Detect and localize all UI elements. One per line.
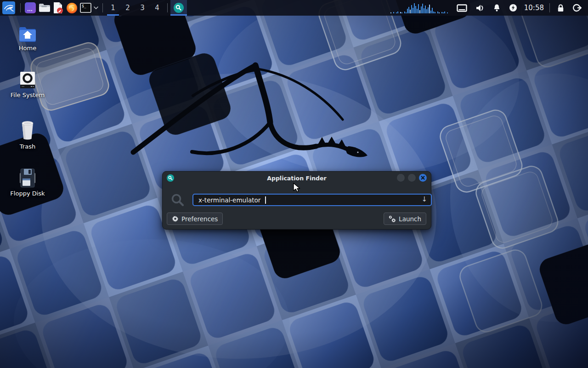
launch-gears-icon: [389, 215, 396, 223]
maximize-button[interactable]: [408, 174, 416, 182]
terminal-icon: $_: [80, 3, 91, 13]
power-manager-icon: [509, 4, 517, 12]
workspace-label: 4: [155, 4, 159, 12]
workspace-4[interactable]: 4: [150, 0, 164, 16]
panel-clock[interactable]: 10:58: [524, 0, 544, 16]
workspace-label: 2: [125, 4, 130, 12]
home-folder-icon: [18, 26, 37, 42]
workspace-3[interactable]: 3: [135, 0, 150, 16]
panel-separator: [167, 3, 168, 12]
panel-separator: [20, 3, 21, 12]
chevron-down-icon: [94, 6, 98, 9]
workspace-label: 3: [140, 4, 145, 12]
close-button[interactable]: [419, 174, 427, 182]
firefox-icon: [66, 2, 78, 14]
panel-separator: [549, 3, 550, 12]
tray-power-manager[interactable]: [509, 0, 517, 16]
kali-menu-button[interactable]: [0, 0, 17, 16]
tray-volume[interactable]: [475, 0, 485, 16]
application-finder-icon: [174, 3, 184, 13]
launch-label: Launch: [399, 215, 421, 223]
desktop-icon-label: File System: [11, 92, 45, 98]
text-caret: [265, 196, 266, 204]
floppy-disk-icon: [18, 168, 37, 188]
text-editor-icon: [52, 2, 63, 14]
launcher-show-desktop[interactable]: [23, 0, 37, 16]
tray-logout[interactable]: [573, 0, 582, 16]
clock-text: 10:58: [524, 4, 544, 12]
launcher-firefox[interactable]: [65, 0, 79, 16]
hard-disk-icon: [18, 71, 37, 89]
titlebar[interactable]: Application Finder: [163, 172, 431, 184]
file-manager-icon: [38, 3, 50, 13]
launcher-text-editor[interactable]: [51, 0, 65, 16]
workspace-1[interactable]: 1: [106, 0, 120, 16]
trash-can-icon: [19, 120, 36, 141]
search-input[interactable]: x-terminal-emulator ↓: [192, 194, 432, 206]
show-desktop-icon: [25, 2, 36, 13]
gear-icon: [172, 215, 179, 222]
kali-logo-icon: [2, 1, 15, 14]
display-icon: [457, 4, 467, 12]
application-finder-window: Application Finder x-terminal-emulator ↓: [162, 171, 431, 230]
svg-text:$_: $_: [82, 4, 86, 8]
workspace-label: 1: [111, 4, 115, 12]
logout-icon: [573, 4, 582, 12]
desktop-icon-label: Floppy Disk: [10, 190, 45, 197]
minimize-button[interactable]: [397, 174, 405, 182]
top-panel: $_ 1 2 3 4: [0, 0, 588, 16]
desktop-icon-label: Home: [19, 45, 36, 52]
launcher-file-manager[interactable]: [37, 0, 51, 16]
launch-button[interactable]: Launch: [384, 213, 426, 225]
tray-lock-screen[interactable]: [557, 0, 565, 16]
dropdown-arrow-icon[interactable]: ↓: [421, 195, 427, 203]
desktop-icon-floppy-disk[interactable]: Floppy Disk: [6, 168, 50, 197]
tray-display[interactable]: [457, 0, 467, 16]
launcher-terminal[interactable]: $_: [79, 0, 92, 16]
cpu-graph-widget[interactable]: [390, 0, 448, 16]
audio-volume-icon: [475, 4, 485, 12]
desktop-icon-file-system[interactable]: File System: [6, 71, 50, 98]
desktop-icon-trash[interactable]: Trash: [6, 120, 50, 150]
bell-icon: [493, 4, 501, 12]
tray-notifications[interactable]: [493, 0, 501, 16]
workspace-2[interactable]: 2: [120, 0, 135, 16]
desktop-icon-label: Trash: [20, 143, 35, 150]
window-title: Application Finder: [163, 175, 431, 182]
search-icon: [170, 193, 185, 207]
lock-icon: [557, 4, 565, 12]
desktop-icon-home[interactable]: Home: [6, 26, 50, 52]
preferences-label: Preferences: [181, 215, 218, 223]
search-query-text: x-terminal-emulator: [198, 196, 260, 204]
preferences-button[interactable]: Preferences: [167, 213, 223, 225]
close-icon: [419, 174, 427, 182]
cpu-graph-icon: [390, 2, 448, 14]
taskbar-application-finder[interactable]: [170, 0, 187, 16]
terminal-dropdown[interactable]: [92, 0, 100, 16]
panel-separator: [102, 3, 103, 12]
